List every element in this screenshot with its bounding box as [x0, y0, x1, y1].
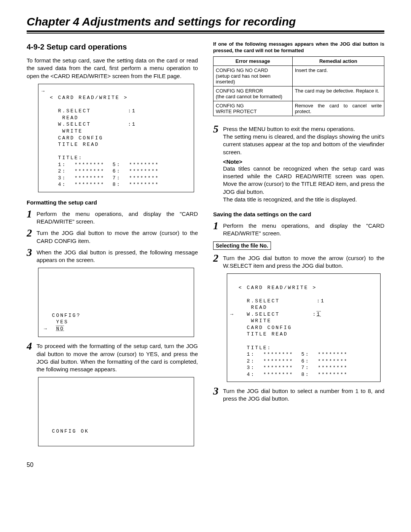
screen-config-ok: CONFIG OK: [38, 377, 194, 446]
save-step-1: 1 Perform the menu operations, and displ…: [213, 220, 384, 238]
th-action: Remedial action: [292, 56, 384, 66]
step-3: 3 When the JOG dial button is pressed, t…: [27, 247, 198, 264]
step-num: 3: [27, 247, 37, 258]
file-step-2: 2 Turn the JOG dial button to move the a…: [213, 253, 384, 270]
step-num: 2: [27, 228, 37, 238]
rule-thick: [27, 30, 384, 32]
screen-card-read-write-2: < CARD READ/WRITE >< CARD READ/WRITE > R…: [227, 273, 381, 382]
screen-config-question: CONFIG? YES → NO: [38, 268, 194, 337]
step-num: 4: [27, 341, 37, 351]
step-text: To proceed with the formatting of the se…: [37, 341, 198, 373]
note-head: <Note>: [213, 158, 384, 165]
step-num: 2: [213, 253, 223, 264]
step-text: When the JOG dial button is pressed, the…: [37, 247, 198, 264]
page-number: 50: [27, 462, 384, 468]
table-row: CONFIG NG NO CARD(setup card has not bee…: [213, 66, 384, 86]
th-error: Error message: [213, 56, 293, 66]
step-text: Turn the JOG dial button to move the arr…: [223, 253, 384, 270]
step-text: Perform the menu operations, and display…: [37, 209, 198, 226]
step-text: Perform the menu operations, and display…: [223, 220, 384, 238]
intro-paragraph: To format the setup card, save the setti…: [27, 57, 198, 80]
step-1: 1 Perform the menu operations, and displ…: [27, 209, 198, 226]
step-text: Turn the JOG dial button to move the arr…: [37, 228, 198, 245]
screen-card-read-write: →→< CARD READ/WRITE >< CARD READ/WRITE >…: [38, 84, 194, 192]
step-5: 5 Press the MENU button to exit the menu…: [213, 124, 384, 156]
step-4: 4 To proceed with the formatting of the …: [27, 341, 198, 373]
note-body: Data titles cannot be recognized when th…: [213, 165, 384, 203]
rule-thin: [27, 33, 384, 34]
step-2: 2 Turn the JOG dial button to move the a…: [27, 228, 198, 245]
section-title: 4-9-2 Setup card operations: [27, 43, 198, 51]
file-step-3: 3 Turn the JOG dial button to select a n…: [213, 386, 384, 403]
step-num: 1: [27, 209, 37, 219]
table-caption: If one of the following messages appears…: [213, 41, 384, 54]
table-row: CONFIG NGWRITE PROTECT Remove the card t…: [213, 101, 384, 116]
file-no-head: Selecting the file No.: [213, 241, 271, 250]
step-num: 3: [213, 386, 223, 396]
table-row: CONFIG NG ERROR(the card cannot be forma…: [213, 86, 384, 101]
chapter-title: Chapter 4 Adjustments and settings for r…: [27, 15, 384, 28]
error-table: Error message Remedial action CONFIG NG …: [213, 56, 384, 116]
step-text: Press the MENU button to exit the menu o…: [223, 124, 384, 156]
step-num: 5: [213, 124, 223, 134]
saving-head: Saving the data settings on the card: [213, 211, 384, 217]
step-text: Turn the JOG dial button to select a num…: [223, 386, 384, 403]
formatting-head: Formatting the setup card: [27, 199, 198, 206]
step-num: 1: [213, 220, 223, 231]
